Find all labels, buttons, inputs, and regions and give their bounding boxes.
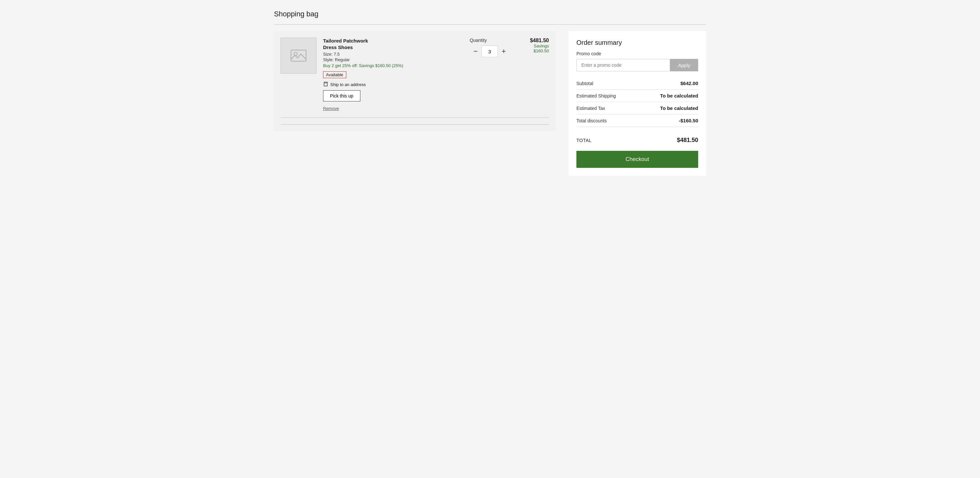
checkout-button[interactable]: Checkout [576,151,698,168]
product-style: Style: Regular [323,57,463,62]
ship-option: Ship to an address [323,81,463,88]
svg-rect-3 [325,82,327,83]
cart-item: Tailored Patchwork Dress Shoes Size: 7.5… [280,38,549,118]
quantity-section: Quantity − + [470,38,510,111]
promo-text: Buy 2 get 25% off: Savings $160.50 (25%) [323,63,463,69]
quantity-controls: − + [470,46,510,57]
promo-label: Promo code [576,51,698,56]
discounts-row: Total discounts -$160.50 [576,114,698,127]
main-layout: Tailored Patchwork Dress Shoes Size: 7.5… [274,31,706,176]
promo-input-row: Apply [576,59,698,71]
cart-section: Tailored Patchwork Dress Shoes Size: 7.5… [274,31,555,131]
shipping-row: Estimated Shipping To be calculated [576,90,698,102]
quantity-input[interactable] [482,46,498,57]
remove-button[interactable]: Remove [323,106,339,111]
savings-label: Savings [534,43,549,48]
top-divider [274,24,706,25]
discounts-label: Total discounts [576,118,607,123]
subtotal-value: $642.00 [681,81,698,86]
shipping-value: To be calculated [660,93,698,98]
total-value: $481.50 [677,137,698,144]
product-name: Tailored Patchwork Dress Shoes [323,38,463,50]
page-title: Shopping bag [274,10,706,18]
product-size: Size: 7.5 [323,52,463,57]
shipping-label: Estimated Shipping [576,93,616,98]
order-summary: Order summary Promo code Apply Subtotal … [568,31,706,176]
product-details: Tailored Patchwork Dress Shoes Size: 7.5… [323,38,463,111]
total-row: TOTAL $481.50 [576,133,698,148]
apply-button[interactable]: Apply [670,59,698,71]
pickup-button[interactable]: Pick this up [323,90,360,102]
quantity-increase-button[interactable]: + [498,46,510,57]
quantity-label: Quantity [470,38,487,43]
promo-code-input[interactable] [576,59,670,71]
tax-label: Estimated Tax [576,106,605,111]
ship-option-label: Ship to an address [330,82,366,87]
quantity-decrease-button[interactable]: − [470,46,482,57]
tax-value: To be calculated [660,105,698,111]
subtotal-row: Subtotal $642.00 [576,77,698,90]
image-placeholder-icon [290,48,307,64]
total-label: TOTAL [576,138,592,143]
tax-row: Estimated Tax To be calculated [576,102,698,114]
svg-rect-0 [291,50,306,61]
product-image [280,38,317,74]
subtotal-label: Subtotal [576,81,593,86]
discounts-value: -$160.50 [679,118,698,123]
availability-badge: Available [323,71,346,78]
summary-rows: Subtotal $642.00 Estimated Shipping To b… [576,77,698,127]
svg-point-1 [294,52,297,56]
summary-title: Order summary [576,39,698,46]
bottom-divider [280,124,549,125]
promo-section: Promo code Apply [576,51,698,71]
savings-amount: $160.50 [533,48,549,53]
product-price: $481.50 [530,38,549,43]
price-section: $481.50 Savings $160.50 [516,38,549,111]
ship-icon [323,81,328,88]
